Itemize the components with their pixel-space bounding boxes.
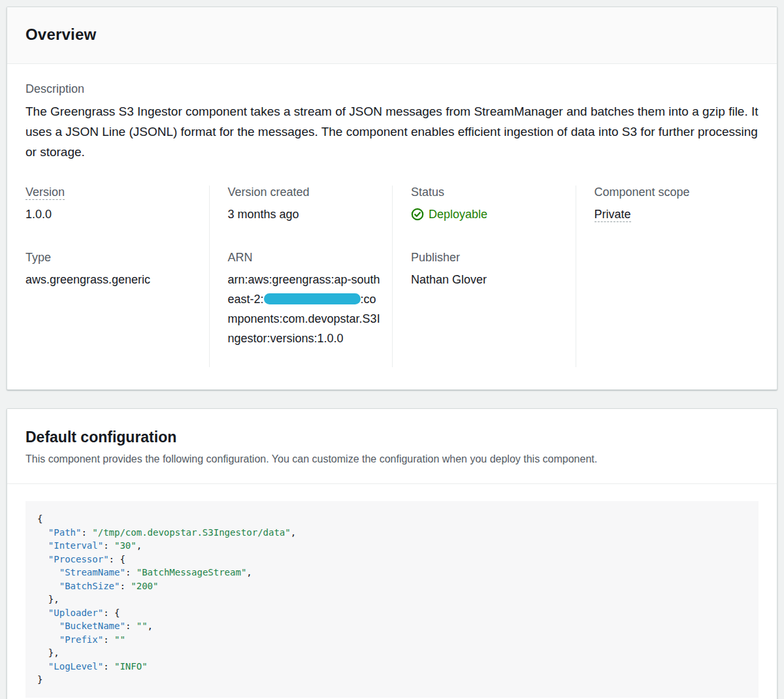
column-4: Component scope Private — [576, 186, 759, 367]
column-3: Status Deployable Publisher Nathan Glo — [392, 186, 576, 367]
field-version-created: Version created 3 months ago — [228, 186, 393, 224]
default-configuration-body: { "Path": "/tmp/com.devopstar.S3Ingestor… — [7, 484, 777, 699]
field-type: Type aws.greengrass.generic — [25, 251, 209, 289]
overview-header: Overview — [7, 7, 777, 64]
type-value: aws.greengrass.generic — [25, 270, 209, 289]
default-configuration-header: Default configuration This component pro… — [7, 409, 777, 484]
default-configuration-title: Default configuration — [25, 429, 759, 446]
config-code-block: { "Path": "/tmp/com.devopstar.S3Ingestor… — [25, 501, 759, 698]
overview-title: Overview — [25, 25, 759, 44]
overview-body: Description The Greengrass S3 Ingestor c… — [7, 64, 777, 389]
arn-value: arn:aws:greengrass:ap-southeast-2::compo… — [228, 270, 385, 348]
field-component-scope: Component scope Private — [595, 186, 759, 224]
publisher-label: Publisher — [411, 251, 576, 265]
version-value: 1.0.0 — [25, 204, 209, 224]
field-publisher: Publisher Nathan Glover — [411, 251, 576, 289]
status-label: Status — [411, 186, 576, 199]
description-text: The Greengrass S3 Ingestor component tak… — [25, 101, 759, 162]
config-code: { "Path": "/tmp/com.devopstar.S3Ingestor… — [37, 512, 747, 687]
overview-panel: Overview Description The Greengrass S3 I… — [7, 7, 777, 390]
column-1: Version 1.0.0 Type aws.greengrass.generi… — [25, 186, 209, 367]
arn-label: ARN — [228, 251, 393, 265]
type-label: Type — [25, 251, 209, 265]
status-badge: Deployable — [411, 204, 576, 224]
check-circle-icon — [411, 208, 424, 221]
version-created-label: Version created — [228, 186, 393, 199]
field-arn: ARN arn:aws:greengrass:ap-southeast-2::c… — [228, 251, 393, 348]
default-configuration-panel: Default configuration This component pro… — [7, 408, 777, 699]
field-version: Version 1.0.0 — [25, 186, 209, 224]
component-scope-value-info-trigger[interactable]: Private — [595, 208, 631, 222]
field-status: Status Deployable — [411, 186, 576, 224]
version-created-value: 3 months ago — [228, 204, 393, 224]
redacted-account-id — [264, 293, 361, 304]
component-scope-label: Component scope — [595, 186, 759, 199]
publisher-value: Nathan Glover — [411, 270, 576, 289]
column-2: Version created 3 months ago ARN arn:aws… — [209, 186, 393, 367]
version-label-info-trigger[interactable]: Version — [25, 186, 65, 200]
default-configuration-subtitle: This component provides the following co… — [25, 452, 759, 466]
overview-columns: Version 1.0.0 Type aws.greengrass.generi… — [25, 186, 759, 367]
status-text: Deployable — [429, 204, 487, 224]
description-label: Description — [25, 82, 759, 96]
